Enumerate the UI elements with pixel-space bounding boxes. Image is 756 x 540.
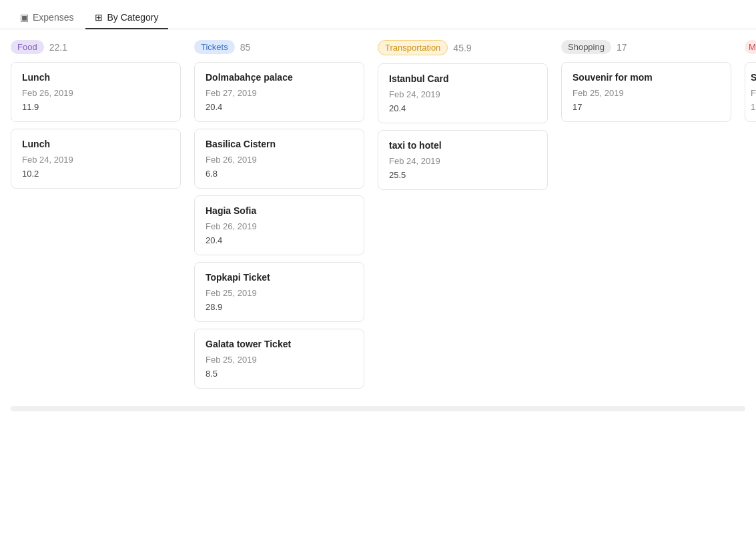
category-total-transportation: 45.9 bbox=[453, 43, 471, 53]
expense-card[interactable]: Lunch Feb 24, 2019 10.2 bbox=[11, 129, 181, 189]
category-header-misc: M bbox=[745, 40, 756, 54]
columns-container: Food 22.1 Lunch Feb 26, 2019 11.9 Lunch … bbox=[0, 29, 756, 406]
expense-name: Lunch bbox=[22, 72, 169, 83]
expense-name: taxi to hotel bbox=[389, 140, 536, 151]
expense-card[interactable]: Galata tower Ticket Feb 25, 2019 8.5 bbox=[194, 329, 364, 389]
category-column-misc: M Si Fe 17 bbox=[745, 40, 756, 129]
expense-card[interactable]: Dolmabahçe palace Feb 27, 2019 20.4 bbox=[194, 62, 364, 122]
tab-expenses[interactable]: ▣ Expenses bbox=[11, 7, 83, 29]
category-total-food: 22.1 bbox=[49, 42, 67, 53]
tab-bar: ▣ Expenses ⊞ By Category bbox=[0, 0, 756, 29]
expense-date: Feb 24, 2019 bbox=[389, 89, 536, 99]
expense-date: Feb 25, 2019 bbox=[206, 288, 353, 298]
tab-by-category[interactable]: ⊞ By Category bbox=[85, 7, 167, 29]
expense-amount: 17 bbox=[573, 102, 720, 112]
category-header-transportation: Transportation 45.9 bbox=[378, 40, 548, 55]
category-column-food: Food 22.1 Lunch Feb 26, 2019 11.9 Lunch … bbox=[11, 40, 181, 195]
expense-amount: 20.4 bbox=[206, 102, 353, 112]
category-header-tickets: Tickets 85 bbox=[194, 40, 364, 54]
expense-date: Feb 26, 2019 bbox=[206, 155, 353, 165]
expense-name: Lunch bbox=[22, 139, 169, 149]
expense-amount: 20.4 bbox=[206, 235, 353, 245]
expense-card[interactable]: Souvenir for mom Feb 25, 2019 17 bbox=[561, 62, 731, 122]
expense-card[interactable]: Basilica Cistern Feb 26, 2019 6.8 bbox=[194, 129, 364, 189]
expense-amount: 8.5 bbox=[206, 369, 353, 379]
category-column-shopping: Shopping 17 Souvenir for mom Feb 25, 201… bbox=[561, 40, 731, 129]
expense-card[interactable]: taxi to hotel Feb 24, 2019 25.5 bbox=[378, 130, 548, 190]
expense-amount: 25.5 bbox=[389, 170, 536, 180]
horizontal-scrollbar[interactable] bbox=[11, 406, 745, 411]
expense-date: Feb 24, 2019 bbox=[389, 156, 536, 166]
category-badge-transportation: Transportation bbox=[378, 40, 448, 55]
expense-name: Hagia Sofia bbox=[206, 205, 353, 216]
expense-amount: 28.9 bbox=[206, 302, 353, 312]
expense-amount: 20.4 bbox=[389, 103, 536, 113]
expense-date: Feb 25, 2019 bbox=[206, 355, 353, 365]
expense-date: Fe bbox=[751, 88, 756, 98]
category-badge-food: Food bbox=[11, 40, 44, 54]
expense-card[interactable]: Lunch Feb 26, 2019 11.9 bbox=[11, 62, 181, 122]
expense-amount: 17 bbox=[751, 102, 756, 112]
expense-name: Galata tower Ticket bbox=[206, 339, 353, 349]
category-total-shopping: 17 bbox=[617, 42, 627, 53]
expense-date: Feb 26, 2019 bbox=[22, 88, 169, 98]
expense-name: Istanbul Card bbox=[389, 73, 536, 84]
expense-amount: 10.2 bbox=[22, 169, 169, 179]
expense-card[interactable]: Istanbul Card Feb 24, 2019 20.4 bbox=[378, 63, 548, 123]
expense-name: Souvenir for mom bbox=[573, 72, 720, 83]
by-category-icon: ⊞ bbox=[95, 12, 103, 23]
expense-card[interactable]: Topkapi Ticket Feb 25, 2019 28.9 bbox=[194, 262, 364, 322]
expense-date: Feb 25, 2019 bbox=[573, 88, 720, 98]
category-total-tickets: 85 bbox=[240, 42, 251, 53]
expense-name: Dolmabahçe palace bbox=[206, 72, 353, 83]
category-column-transportation: Transportation 45.9 Istanbul Card Feb 24… bbox=[378, 40, 548, 197]
tab-expenses-label: Expenses bbox=[33, 12, 73, 23]
expense-card-partial[interactable]: Si Fe 17 bbox=[745, 62, 756, 122]
expense-date: Feb 26, 2019 bbox=[206, 221, 353, 231]
category-badge-shopping: Shopping bbox=[561, 40, 611, 54]
category-header-shopping: Shopping 17 bbox=[561, 40, 731, 54]
category-header-food: Food 22.1 bbox=[11, 40, 181, 54]
tab-by-category-label: By Category bbox=[107, 12, 158, 23]
expense-name: Si bbox=[751, 72, 756, 83]
expense-amount: 6.8 bbox=[206, 169, 353, 179]
expense-amount: 11.9 bbox=[22, 102, 169, 112]
category-badge-tickets: Tickets bbox=[194, 40, 235, 54]
expense-name: Basilica Cistern bbox=[206, 139, 353, 149]
expense-card[interactable]: Hagia Sofia Feb 26, 2019 20.4 bbox=[194, 195, 364, 255]
category-badge-misc: M bbox=[745, 40, 756, 54]
expense-name: Topkapi Ticket bbox=[206, 272, 353, 283]
expense-date: Feb 27, 2019 bbox=[206, 88, 353, 98]
expense-date: Feb 24, 2019 bbox=[22, 155, 169, 165]
expenses-icon: ▣ bbox=[20, 12, 29, 23]
category-column-tickets: Tickets 85 Dolmabahçe palace Feb 27, 201… bbox=[194, 40, 364, 395]
